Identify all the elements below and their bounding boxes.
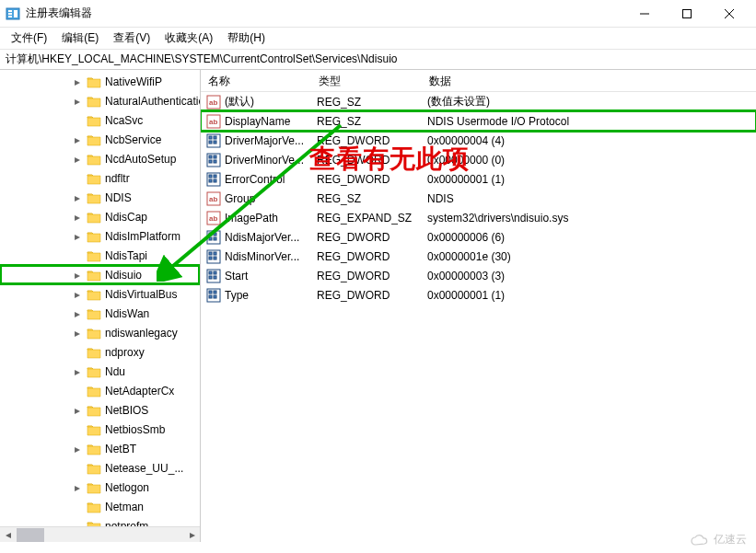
- minimize-button[interactable]: [623, 0, 666, 28]
- expander-icon[interactable]: ▸: [72, 231, 83, 242]
- tree-item[interactable]: ▸Ndu: [0, 362, 200, 381]
- tree-item-label: NcbService: [105, 133, 161, 146]
- expander-icon[interactable]: ▸: [72, 444, 83, 455]
- cloud-icon: [690, 534, 710, 547]
- value-name: NdisMajorVer...: [225, 231, 299, 244]
- list-pane[interactable]: 名称 类型 数据 ab(默认)REG_SZ(数值未设置)abDisplayNam…: [201, 70, 756, 542]
- tree-item[interactable]: NetbiosSmb: [0, 420, 200, 439]
- list-row[interactable]: TypeREG_DWORD0x00000001 (1): [201, 285, 756, 305]
- expander-icon[interactable]: ▸: [72, 366, 83, 377]
- list-header: 名称 类型 数据: [201, 70, 756, 92]
- svg-rect-4: [14, 10, 17, 17]
- svg-rect-15: [214, 136, 216, 139]
- expander-icon[interactable]: ▸: [72, 270, 83, 281]
- tree-item[interactable]: ▸NativeWifiP: [0, 72, 200, 91]
- tree-item[interactable]: ▸NDIS: [0, 188, 200, 207]
- tree-item-label: NdisVirtualBus: [105, 288, 177, 301]
- tree-item[interactable]: ▸NcbService: [0, 130, 200, 149]
- tree-item-label: NetBIOS: [105, 404, 148, 417]
- svg-rect-17: [214, 141, 216, 144]
- list-row[interactable]: ErrorControlREG_DWORD0x00000001 (1): [201, 169, 756, 189]
- scroll-left-icon[interactable]: ◂: [0, 527, 16, 543]
- tree-item[interactable]: NdisTapi: [0, 246, 200, 265]
- svg-rect-27: [214, 179, 216, 182]
- cell-type: REG_DWORD: [311, 289, 422, 302]
- tree-item[interactable]: ▸Ndisuio: [0, 265, 200, 284]
- list-row[interactable]: ab(默认)REG_SZ(数值未设置): [201, 92, 756, 111]
- expander-icon[interactable]: ▸: [72, 405, 83, 416]
- tree-item[interactable]: Netease_UU_...: [0, 458, 200, 478]
- list-row[interactable]: NdisMinorVer...REG_DWORD0x0000001e (30): [201, 247, 756, 266]
- expander-icon[interactable]: ▸: [72, 192, 83, 203]
- tree-item[interactable]: ▸NetBT: [0, 439, 200, 458]
- svg-rect-44: [214, 271, 216, 274]
- tree-item-label: Netease_UU_...: [105, 462, 183, 475]
- value-name: DriverMajorVe...: [225, 134, 304, 147]
- svg-rect-14: [209, 136, 212, 139]
- svg-rect-6: [683, 9, 692, 17]
- cell-type: REG_DWORD: [311, 134, 422, 147]
- cell-name: abImagePath: [201, 211, 311, 225]
- tree-horizontal-scrollbar[interactable]: ◂ ▸: [0, 526, 200, 542]
- scroll-right-icon[interactable]: ▸: [184, 527, 200, 543]
- cell-name: ErrorControl: [201, 172, 311, 187]
- cell-name: NdisMinorVer...: [201, 249, 311, 264]
- tree-pane[interactable]: ▸NativeWifiP▸NaturalAuthenticationNcaSvc…: [0, 70, 201, 542]
- tree-item[interactable]: ▸NcdAutoSetup: [0, 149, 200, 168]
- expander-icon[interactable]: ▸: [72, 134, 83, 145]
- expander-icon[interactable]: ▸: [72, 289, 83, 300]
- menu-help[interactable]: 帮助(H): [220, 28, 273, 49]
- column-header-data[interactable]: 数据: [422, 70, 756, 91]
- menu-view[interactable]: 查看(V): [106, 28, 157, 49]
- tree-item[interactable]: NetAdapterCx: [0, 381, 200, 400]
- tree-item[interactable]: ▸NetBIOS: [0, 400, 200, 420]
- maximize-button[interactable]: [666, 0, 708, 28]
- tree-item[interactable]: ▸Netlogon: [0, 478, 200, 497]
- svg-rect-43: [209, 271, 212, 274]
- cell-data: 0x00000001 (1): [422, 173, 756, 186]
- expander-icon[interactable]: ▸: [72, 96, 83, 107]
- tree-item[interactable]: ▸ndiswanlegacy: [0, 323, 200, 342]
- list-row[interactable]: NdisMajorVer...REG_DWORD0x00000006 (6): [201, 227, 756, 247]
- tree-item[interactable]: ndfltr: [0, 168, 200, 188]
- menu-edit[interactable]: 编辑(E): [54, 28, 106, 49]
- list-row[interactable]: DriverMinorVe...REG_DWORD0x00000000 (0): [201, 150, 756, 169]
- tree-item[interactable]: NcaSvc: [0, 110, 200, 130]
- expander-icon[interactable]: ▸: [72, 328, 83, 339]
- tree-item[interactable]: ▸NaturalAuthentication: [0, 91, 200, 110]
- tree-item[interactable]: ▸NdisImPlatform: [0, 226, 200, 246]
- column-header-name[interactable]: 名称: [201, 70, 311, 91]
- list-row[interactable]: abImagePathREG_EXPAND_SZsystem32\drivers…: [201, 208, 756, 227]
- svg-rect-36: [214, 237, 216, 240]
- svg-rect-1: [8, 10, 12, 12]
- list-row[interactable]: abGroupREG_SZNDIS: [201, 189, 756, 208]
- value-name: DisplayName: [225, 115, 290, 128]
- expander-icon[interactable]: ▸: [72, 154, 83, 165]
- expander-icon[interactable]: ▸: [72, 482, 83, 493]
- menu-favorites[interactable]: 收藏夹(A): [157, 28, 220, 49]
- expander-icon[interactable]: ▸: [72, 308, 83, 319]
- list-row[interactable]: StartREG_DWORD0x00000003 (3): [201, 266, 756, 285]
- tree-item[interactable]: ▸NdisVirtualBus: [0, 284, 200, 304]
- tree-item[interactable]: ndproxy: [0, 342, 200, 362]
- address-bar[interactable]: 计算机\HKEY_LOCAL_MACHINE\SYSTEM\CurrentCon…: [0, 50, 756, 70]
- tree-item[interactable]: ▸NdisCap: [0, 207, 200, 226]
- tree-item[interactable]: Netman: [0, 497, 200, 516]
- svg-rect-2: [8, 13, 12, 15]
- cell-data: 0x00000004 (4): [422, 134, 756, 147]
- scroll-thumb[interactable]: [17, 528, 44, 542]
- expander-icon[interactable]: ▸: [72, 212, 83, 223]
- list-row[interactable]: abDisplayNameREG_SZNDIS Usermode I/O Pro…: [201, 111, 756, 131]
- menu-file[interactable]: 文件(F): [4, 28, 54, 49]
- cell-type: REG_DWORD: [311, 154, 422, 167]
- expander-icon[interactable]: ▸: [72, 76, 83, 87]
- list-row[interactable]: DriverMajorVe...REG_DWORD0x00000004 (4): [201, 131, 756, 150]
- tree-item[interactable]: ▸NdisWan: [0, 304, 200, 323]
- tree-item-label: NetbiosSmb: [105, 423, 165, 436]
- column-header-type[interactable]: 类型: [311, 70, 422, 91]
- svg-rect-19: [209, 156, 212, 158]
- cell-data: NDIS: [422, 192, 756, 205]
- close-button[interactable]: [708, 0, 750, 28]
- cell-data: 0x00000001 (1): [422, 289, 756, 302]
- tree-item-label: NcdAutoSetup: [105, 153, 176, 166]
